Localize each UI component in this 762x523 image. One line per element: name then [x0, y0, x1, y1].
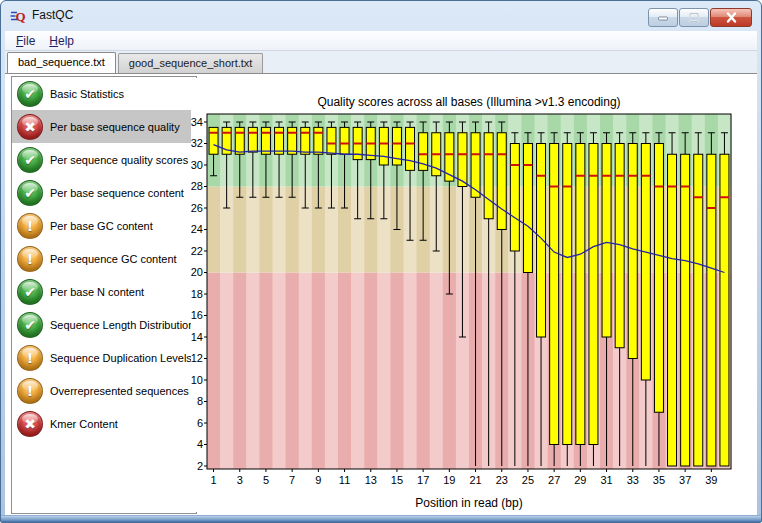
window-controls	[648, 8, 752, 27]
svg-text:24: 24	[191, 223, 203, 235]
check-icon: ✔	[17, 81, 43, 107]
svg-text:11: 11	[339, 474, 350, 486]
window-title: FastQC	[32, 1, 73, 31]
svg-text:23: 23	[496, 474, 508, 486]
warning-icon: !	[17, 345, 43, 371]
maximize-icon	[688, 12, 700, 23]
svg-text:31: 31	[600, 474, 612, 486]
svg-text:39: 39	[705, 474, 717, 486]
svg-text:Q: Q	[16, 9, 26, 24]
check-icon: ✔	[17, 312, 43, 338]
close-button[interactable]	[710, 8, 752, 27]
module-item-overrepresented-sequences[interactable]: !Overrepresented sequences	[12, 374, 196, 407]
module-item-label: Kmer Content	[50, 418, 118, 430]
check-icon: ✔	[17, 279, 43, 305]
svg-text:33: 33	[627, 474, 639, 486]
svg-text:21: 21	[469, 474, 481, 486]
tab-bar: bad_sequence.txtgood_sequence_short.txt	[7, 51, 265, 73]
module-item-per-base-gc-content[interactable]: !Per base GC content	[12, 209, 196, 242]
module-item-sequence-duplication-levels[interactable]: !Sequence Duplication Levels	[12, 341, 196, 374]
warning-icon: !	[17, 213, 43, 239]
svg-text:5: 5	[263, 474, 269, 486]
svg-text:37: 37	[679, 474, 691, 486]
svg-text:2: 2	[197, 460, 203, 472]
svg-text:4: 4	[197, 438, 203, 450]
module-item-per-base-sequence-content[interactable]: ✔Per base sequence content	[12, 176, 196, 209]
warning-icon: !	[17, 378, 43, 404]
module-item-label: Sequence Length Distribution	[50, 319, 194, 331]
menu-item-file[interactable]: File	[9, 33, 42, 49]
chart-panel: 2468101214161820222426283032341357911131…	[191, 78, 749, 512]
svg-text:18: 18	[191, 288, 203, 300]
module-item-basic-statistics[interactable]: ✔Basic Statistics	[12, 77, 196, 110]
fastqc-logo-icon: Q	[10, 8, 26, 24]
svg-text:22: 22	[191, 245, 203, 257]
svg-text:35: 35	[653, 474, 665, 486]
title-bar[interactable]: Q FastQC	[1, 1, 761, 31]
svg-text:30: 30	[191, 159, 203, 171]
check-icon: ✔	[17, 180, 43, 206]
work-area: bad_sequence.txtgood_sequence_short.txt …	[5, 51, 757, 516]
svg-text:7: 7	[289, 474, 295, 486]
svg-text:10: 10	[191, 374, 203, 386]
cross-icon: ✖	[17, 411, 43, 437]
svg-text:16: 16	[191, 309, 203, 321]
minimize-button[interactable]	[648, 8, 678, 27]
module-item-per-sequence-quality-scores[interactable]: ✔Per sequence quality scores	[12, 143, 196, 176]
chart-title: Quality scores across all bases (Illumin…	[317, 95, 620, 109]
warning-icon: !	[17, 246, 43, 272]
quality-boxplot-chart: 2468101214161820222426283032341357911131…	[191, 78, 749, 512]
svg-text:15: 15	[391, 474, 403, 486]
window-bottom-frame	[1, 515, 761, 522]
module-list: ✔Basic Statistics✖Per base sequence qual…	[11, 76, 197, 514]
svg-text:3: 3	[237, 474, 243, 486]
module-item-label: Overrepresented sequences	[50, 385, 189, 397]
module-item-label: Per base sequence quality	[50, 121, 180, 133]
module-item-label: Per base N content	[50, 286, 144, 298]
svg-text:29: 29	[574, 474, 586, 486]
svg-text:13: 13	[365, 474, 377, 486]
svg-text:19: 19	[443, 474, 455, 486]
minimize-icon	[657, 13, 669, 23]
module-item-label: Per sequence GC content	[50, 253, 177, 265]
svg-text:1: 1	[210, 474, 216, 486]
maximize-button[interactable]	[679, 8, 709, 27]
fastqc-window: Q FastQC FileHelp bad_seque	[0, 0, 762, 523]
svg-text:9: 9	[315, 474, 321, 486]
content-panel: ✔Basic Statistics✖Per base sequence qual…	[5, 73, 757, 516]
svg-text:26: 26	[191, 202, 203, 214]
svg-text:25: 25	[522, 474, 534, 486]
svg-text:34: 34	[191, 116, 203, 128]
svg-text:27: 27	[548, 474, 560, 486]
x-axis-title: Position in read (bp)	[415, 496, 522, 510]
tab-good_sequence_short.txt[interactable]: good_sequence_short.txt	[118, 53, 264, 73]
svg-text:17: 17	[417, 474, 429, 486]
check-icon: ✔	[17, 147, 43, 173]
module-item-sequence-length-distribution[interactable]: ✔Sequence Length Distribution	[12, 308, 196, 341]
module-item-label: Per sequence quality scores	[50, 154, 188, 166]
tab-bad_sequence.txt[interactable]: bad_sequence.txt	[7, 52, 116, 73]
module-item-label: Per base sequence content	[50, 187, 184, 199]
svg-text:28: 28	[191, 180, 203, 192]
module-item-per-sequence-gc-content[interactable]: !Per sequence GC content	[12, 242, 196, 275]
close-icon	[725, 12, 738, 23]
svg-text:20: 20	[191, 266, 203, 278]
module-item-kmer-content[interactable]: ✖Kmer Content	[12, 407, 196, 440]
menu-item-help[interactable]: Help	[42, 33, 81, 49]
svg-text:6: 6	[197, 417, 203, 429]
module-item-label: Sequence Duplication Levels	[50, 352, 192, 364]
svg-text:14: 14	[191, 331, 203, 343]
svg-text:32: 32	[191, 137, 203, 149]
module-item-per-base-n-content[interactable]: ✔Per base N content	[12, 275, 196, 308]
svg-text:8: 8	[197, 395, 203, 407]
module-item-per-base-sequence-quality[interactable]: ✖Per base sequence quality	[12, 110, 196, 143]
module-item-label: Per base GC content	[50, 220, 153, 232]
module-item-label: Basic Statistics	[50, 88, 124, 100]
menu-bar: FileHelp	[5, 31, 757, 51]
svg-text:12: 12	[191, 352, 203, 364]
cross-icon: ✖	[17, 114, 43, 140]
